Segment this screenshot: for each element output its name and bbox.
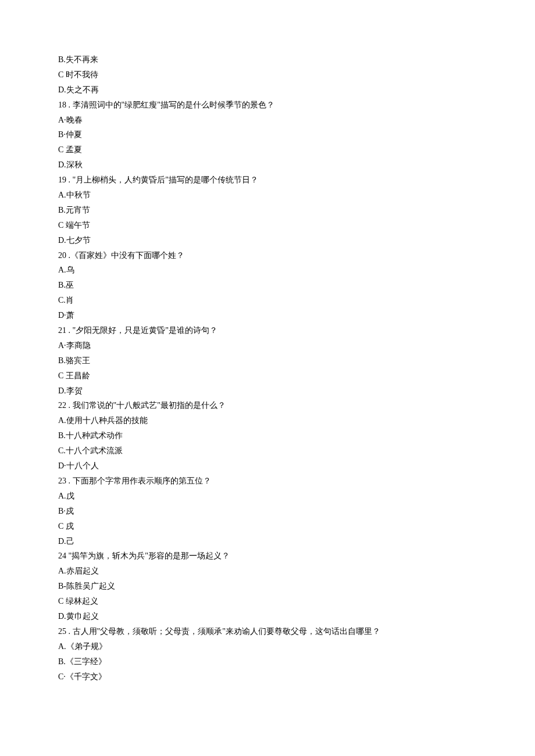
option-text: C 戌 [58,519,477,534]
option-text: B·戍 [58,504,477,519]
option-text: B.《三字经》 [58,654,477,669]
option-text: A.乌 [58,263,477,278]
question-text: 22 . 我们常说的"十八般武艺"最初指的是什么？ [58,398,477,413]
option-text: D·萧 [58,308,477,323]
option-text: B.骆宾王 [58,353,477,368]
question-text: 21 . "夕阳无限好，只是近黄昏"是谁的诗句？ [58,323,477,338]
option-text: C 端午节 [58,218,477,233]
option-text: A.使用十八种兵器的技能 [58,413,477,428]
option-text: A·晚春 [58,113,477,128]
option-text: D.黄巾起义 [58,609,477,624]
option-text: A.中秋节 [58,188,477,203]
option-text: D.七夕节 [58,233,477,248]
document-page: B.失不再来 C 时不我待 D.失之不再 18 . 李清照词中的"绿肥红瘦"描写… [0,0,535,756]
option-text: C·《千字文》 [58,669,477,685]
option-text: C 绿林起义 [58,594,477,609]
option-text: A.赤眉起义 [58,564,477,579]
option-text: B.十八种武术动作 [58,428,477,443]
option-text: B.失不再来 [58,52,477,67]
option-text: C 王昌龄 [58,368,477,384]
question-text: 23 . 下面那个字常用作表示顺序的第五位？ [58,474,477,489]
option-text: D.己 [58,534,477,549]
option-text: A·李商隐 [58,338,477,353]
question-text: 18 . 李清照词中的"绿肥红瘦"描写的是什么时候季节的景色？ [58,98,477,113]
option-text: C.十八个武术流派 [58,443,477,458]
option-text: B-陈胜吴广起义 [58,579,477,594]
option-text: A.《弟子规》 [58,639,477,654]
option-text: A.戊 [58,489,477,504]
question-text: 19 . "月上柳梢头，人约黄昏后"描写的是哪个传统节日？ [58,173,477,188]
option-text: B.巫 [58,278,477,293]
option-text: C 时不我待 [58,67,477,83]
question-text: 25 . 古人用"父母教，须敬听；父母责，须顺承"来劝谕人们要尊敬父母，这句话出… [58,624,477,639]
option-text: D.李贺 [58,384,477,399]
question-text: 20 .《百家姓》中没有下面哪个姓？ [58,248,477,263]
option-text: D.失之不再 [58,83,477,98]
question-text: 24 "揭竿为旗，斩木为兵"形容的是那一场起义？ [58,549,477,564]
option-text: C 孟夏 [58,142,477,157]
option-text: B·仲夏 [58,127,477,142]
option-text: B.元宵节 [58,203,477,218]
option-text: D·十八个人 [58,458,477,474]
option-text: C.肖 [58,293,477,308]
option-text: D.深秋 [58,157,477,173]
